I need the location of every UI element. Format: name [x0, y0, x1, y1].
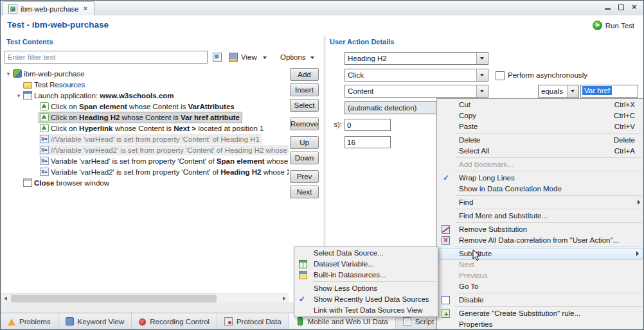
tree-item-content: Test Resources — [22, 80, 87, 90]
variable-assignment-icon — [40, 157, 49, 165]
chevron-down-icon — [476, 69, 488, 81]
expander-open-icon[interactable]: ▾ — [15, 92, 22, 99]
menu-item-previous: Previous — [437, 270, 644, 281]
click-action-icon — [40, 113, 49, 121]
submenu-item-show-less-options[interactable]: Show Less Options — [294, 283, 438, 294]
menu-item-disable[interactable]: Disable — [437, 295, 644, 306]
bottom-tab-label: Problems — [19, 318, 51, 326]
submenu-item-link-with-test-data-sources-view[interactable]: Link with Test Data Sources View — [294, 305, 438, 316]
submenu-item-dataset-variable[interactable]: Dataset Variable... — [294, 259, 438, 270]
menu-item-label: Built-in Datasources... — [314, 271, 386, 279]
close-icon[interactable] — [631, 4, 638, 11]
tree-item-content: //Variable 'varHead2' is set from proper… — [39, 145, 289, 155]
menu-item-paste[interactable]: PasteCtrl+V — [437, 121, 644, 132]
run-test-button[interactable]: Run Test — [593, 21, 634, 30]
insert-button[interactable]: Insert — [290, 83, 319, 96]
operator-combo[interactable]: equals — [538, 85, 579, 98]
up-button[interactable]: Up — [290, 136, 319, 149]
menu-shortcut: Delete — [614, 135, 635, 146]
menu-item-label: Add Bookmark... — [459, 161, 514, 168]
browser-window-icon — [23, 178, 32, 187]
tree-item[interactable]: Click on Hyperlink whose Content is Next… — [2, 123, 289, 134]
tree-item[interactable]: //Variable 'varHead2' is set from proper… — [2, 144, 289, 155]
select-button[interactable]: Select — [290, 99, 319, 112]
submenu-arrow-icon — [638, 200, 640, 205]
menu-item-select-all[interactable]: Select AllCtrl+A — [437, 146, 644, 157]
filter-input[interactable] — [4, 51, 208, 64]
view-menu-icon[interactable] — [229, 53, 238, 62]
tree-item[interactable]: Click on Span element whose Content is V… — [2, 101, 289, 112]
menu-item-delete[interactable]: DeleteDelete — [437, 135, 644, 146]
tree-item[interactable]: //Variable 'varHead' is set from propert… — [2, 134, 289, 144]
chevron-down-icon[interactable] — [310, 56, 314, 59]
chevron-down-icon[interactable] — [263, 56, 267, 59]
tab-close-icon[interactable] — [82, 4, 89, 13]
menu-item-show-in-data-correlation-mode[interactable]: Show in Data Correlation Mode — [437, 184, 644, 195]
tree-item[interactable]: Close browser window — [2, 177, 289, 188]
menu-item-label: Go To — [459, 282, 478, 290]
scrollbar-thumb[interactable] — [11, 295, 217, 302]
tree-item-content: Click on Heading H2 whose Content is Var… — [39, 112, 242, 123]
property-value-field[interactable]: Var href — [580, 85, 638, 98]
rpt-test-editor-window: ibm-web-purchase Test - ibm-web-purchase… — [0, 0, 644, 330]
menu-item-go-to[interactable]: Go To — [437, 281, 644, 292]
action-combo[interactable]: Click — [344, 69, 488, 82]
next-button[interactable]: Next — [290, 186, 319, 198]
timeout-field[interactable] — [344, 136, 391, 148]
chevron-down-icon — [476, 85, 488, 97]
menu-item-cut[interactable]: CutCtrl+X — [437, 100, 644, 110]
submenu-item-select-data-source[interactable]: Select Data Source... — [294, 248, 438, 259]
horizontal-scrollbar[interactable] — [1, 293, 289, 302]
tree-item[interactable]: Variable 'varHead' is set from property … — [2, 155, 289, 166]
prev-button[interactable]: Prev — [290, 170, 319, 183]
bottom-tab-keyword-view[interactable]: Keyword View — [58, 313, 132, 329]
element-type-combo[interactable]: Heading H2 — [344, 52, 488, 65]
menu-item-generate-create-substitution-rule[interactable]: Generate "Create Substitution" rule... — [437, 308, 644, 319]
tree-item[interactable]: Variable 'varHead2' is set from property… — [2, 166, 289, 177]
menu-item-copy[interactable]: CopyCtrl+C — [437, 110, 644, 121]
submenu-item-show-recently-used-data-sources[interactable]: Show Recently Used Data Sources — [294, 294, 438, 305]
tree-item[interactable]: ▾Launch application: www.w3schools.com — [2, 90, 289, 101]
menu-item-remove-substitution[interactable]: Remove Substitution — [437, 224, 644, 235]
editor-tab-ibm-web-purchase[interactable]: ibm-web-purchase — [3, 1, 94, 15]
menu-item-label: Next — [459, 261, 474, 268]
bottom-tab-label: Protocol Data — [237, 318, 282, 326]
view-dropdown[interactable]: View — [241, 53, 257, 61]
bottom-tab-problems[interactable]: Problems — [1, 313, 58, 329]
scroll-left-icon[interactable] — [1, 294, 10, 302]
menu-item-wrap-long-lines[interactable]: Wrap Long Lines — [437, 173, 644, 184]
menu-item-remove-all-data-correlation-from-user-action[interactable]: Remove All Data-correlation from "User A… — [437, 235, 644, 246]
tree-item-content: Click on Hyperlink whose Content is Next… — [39, 123, 265, 134]
menu-item-find-more-and-substitute[interactable]: Find More and Substitute... — [437, 211, 644, 221]
menu-item-substitute[interactable]: Substitute — [438, 248, 643, 259]
tree-item[interactable]: Test Resources — [2, 79, 289, 90]
menu-item-label: Show Less Options — [314, 284, 377, 292]
checkmark-icon — [299, 294, 305, 305]
scroll-right-icon[interactable] — [280, 294, 289, 302]
options-dropdown[interactable]: Options — [280, 53, 306, 61]
test-contents-pane: Test Contents View Options ▾ibm-web-purc… — [1, 35, 323, 302]
down-button[interactable]: Down — [290, 152, 319, 164]
add-button[interactable]: Add — [290, 68, 319, 81]
bottom-tab-recording-control[interactable]: Recording Control — [132, 313, 217, 329]
link-with-editor-icon[interactable] — [213, 53, 222, 62]
property-combo[interactable]: Content — [344, 85, 488, 98]
remove-button[interactable]: Remove — [290, 117, 319, 130]
editor-tab-bar: ibm-web-purchase — [1, 1, 643, 16]
menu-item-find[interactable]: Find — [437, 197, 644, 208]
menu-item-properties[interactable]: Properties — [437, 319, 644, 330]
menu-item-label: Cut — [459, 101, 470, 109]
bottom-tab-protocol-data[interactable]: Protocol Data — [217, 313, 289, 329]
expander-open-icon[interactable]: ▾ — [4, 71, 12, 77]
tree-item[interactable]: Click on Heading H2 whose Content is Var… — [2, 112, 289, 123]
tree-item-content: Launch application: www.w3schools.com — [22, 91, 176, 101]
seconds-field[interactable] — [344, 119, 391, 131]
chevron-down-icon — [476, 53, 488, 64]
mobile-web-ui-data-icon — [298, 317, 303, 326]
minimize-icon[interactable] — [604, 4, 611, 11]
tree-item[interactable]: ▾ibm-web-purchase — [2, 68, 289, 79]
context-menu: CutCtrl+XCopyCtrl+CPasteCtrl+VDeleteDele… — [436, 98, 644, 330]
maximize-icon[interactable] — [618, 4, 625, 11]
submenu-item-built-in-datasources[interactable]: Built-in Datasources... — [294, 270, 438, 281]
perform-asynchronously-checkbox[interactable] — [496, 71, 505, 80]
